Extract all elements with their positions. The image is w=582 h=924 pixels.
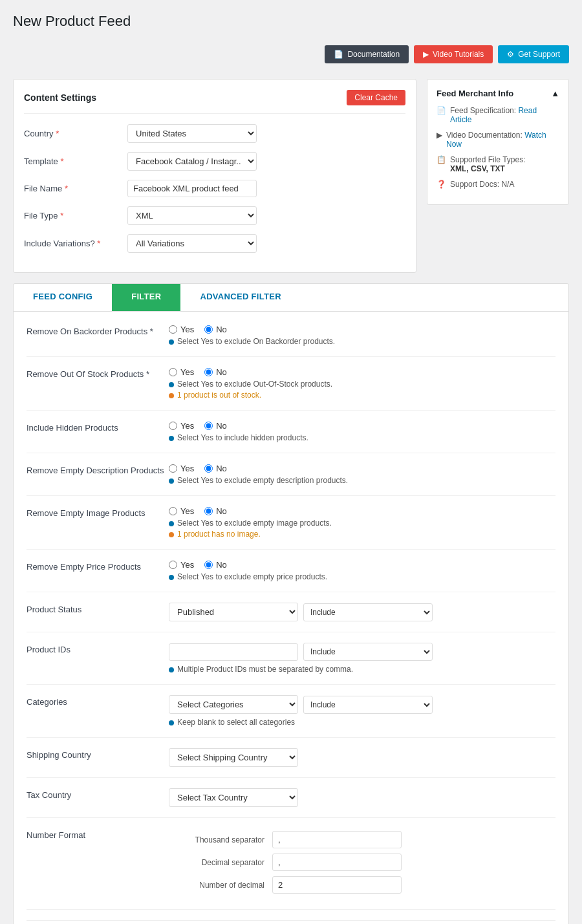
tax-country-row: Tax Country Select Tax Country <box>27 788 555 818</box>
hint-dot <box>169 720 174 725</box>
out-of-stock-no-label[interactable]: No <box>204 367 227 377</box>
question-icon: ❓ <box>436 180 446 189</box>
get-support-button[interactable]: ⚙ Get Support <box>498 45 569 63</box>
support-docs-item: ❓ Support Docs: N/A <box>436 180 559 189</box>
hint-dot <box>169 382 174 387</box>
clear-cache-button[interactable]: Clear Cache <box>347 90 405 105</box>
empty-image-hint: Select Yes to exclude empty image produc… <box>169 519 555 528</box>
product-status-select[interactable]: Published Draft Private <box>169 603 298 621</box>
empty-price-hint: Select Yes to exclude empty price produc… <box>169 572 555 581</box>
backorder-radio-group: Yes No <box>169 325 555 334</box>
num-decimal-input[interactable] <box>272 876 402 894</box>
number-format-controls: Thousand separator Decimal separator Num… <box>169 828 555 899</box>
country-label: Country * <box>24 129 127 138</box>
out-of-stock-no-radio[interactable] <box>204 368 213 376</box>
hidden-yes-radio[interactable] <box>169 422 177 430</box>
out-of-stock-yes-label[interactable]: Yes <box>169 367 194 377</box>
tab-filter[interactable]: FILTER <box>112 284 180 311</box>
categories-select[interactable]: Select Categories <box>169 695 298 714</box>
filename-row: File Name * <box>24 180 405 197</box>
decimal-sep-row: Decimal separator <box>169 854 555 871</box>
empty-image-row: Remove Empty Image Products Yes No Selec… <box>27 506 555 550</box>
variations-select[interactable]: All Variations <box>127 234 257 253</box>
filename-input[interactable] <box>127 180 257 197</box>
number-format-label: Number Format <box>27 828 169 840</box>
filename-label: File Name * <box>24 184 127 193</box>
out-of-stock-row: Remove Out Of Stock Products * Yes No <box>27 367 555 411</box>
video-tutorials-button[interactable]: ▶ Video Tutorials <box>414 45 493 63</box>
documentation-button[interactable]: 📄 Documentation <box>325 45 409 63</box>
campaign-row: Campaign URL Builder The referrer: (e.g.… <box>27 920 555 924</box>
file-icon: 📋 <box>436 155 446 164</box>
article-icon: 📄 <box>436 106 446 115</box>
empty-desc-hint: Select Yes to exclude empty description … <box>169 476 555 485</box>
hidden-radio-group: Yes No <box>169 421 555 431</box>
empty-desc-radio-group: Yes No <box>169 464 555 473</box>
out-of-stock-yes-radio[interactable] <box>169 368 177 376</box>
hidden-no-radio[interactable] <box>204 422 213 430</box>
filetype-select[interactable]: XML CSV TXT <box>127 206 257 225</box>
filename-control <box>127 180 405 197</box>
feed-merchant-title: Feed Merchant Info ▲ <box>436 89 559 98</box>
empty-price-label: Remove Empty Price Products <box>27 560 169 572</box>
decimal-sep-input[interactable] <box>272 854 402 871</box>
empty-price-yes-label[interactable]: Yes <box>169 560 194 570</box>
out-of-stock-warning: 1 product is out of stock. <box>169 391 555 400</box>
num-decimal-row: Number of decimal <box>169 876 555 894</box>
empty-price-radio-group: Yes No <box>169 560 555 570</box>
categories-row: Categories Select Categories Include Exc… <box>27 695 555 738</box>
empty-desc-yes-radio[interactable] <box>169 464 177 473</box>
empty-desc-yes-label[interactable]: Yes <box>169 464 194 473</box>
empty-image-yes-radio[interactable] <box>169 507 177 515</box>
out-of-stock-radio-group: Yes No <box>169 367 555 377</box>
product-status-include-select[interactable]: Include Exclude <box>303 603 433 621</box>
hint-dot <box>169 521 174 526</box>
hint-dot <box>169 478 174 484</box>
empty-price-no-label[interactable]: No <box>204 560 227 570</box>
hidden-no-label[interactable]: No <box>204 421 227 431</box>
feed-merchant-panel: Feed Merchant Info ▲ 📄 Feed Specificatio… <box>427 79 569 205</box>
product-status-label: Product Status <box>27 603 169 614</box>
empty-price-yes-radio[interactable] <box>169 561 177 569</box>
hidden-products-label: Include Hidden Products <box>27 421 169 433</box>
template-select[interactable]: Facebook Catalog / Instagr... <box>127 152 257 171</box>
backorder-yes-radio[interactable] <box>169 325 177 334</box>
hint-dot <box>169 436 174 441</box>
warning-dot <box>169 393 174 398</box>
hidden-products-row: Include Hidden Products Yes No Select Ye… <box>27 421 555 453</box>
empty-image-radio-group: Yes No <box>169 506 555 516</box>
empty-desc-no-radio[interactable] <box>204 464 213 473</box>
hint-dot <box>169 575 174 580</box>
video-icon: ▶ <box>423 50 429 59</box>
warning-dot <box>169 532 174 537</box>
backorder-no-radio[interactable] <box>204 325 213 334</box>
product-ids-include-select[interactable]: Include Exclude <box>303 643 433 661</box>
categories-input-group: Select Categories Include Exclude <box>169 695 555 714</box>
categories-include-select[interactable]: Include Exclude <box>303 696 433 714</box>
backorder-no-label[interactable]: No <box>204 325 227 334</box>
top-bar: 📄 Documentation ▶ Video Tutorials ⚙ Get … <box>13 40 569 69</box>
backorder-yes-label[interactable]: Yes <box>169 325 194 334</box>
country-select[interactable]: United States <box>127 124 257 143</box>
tax-country-controls: Select Tax Country <box>169 788 555 807</box>
empty-price-no-radio[interactable] <box>204 561 213 569</box>
product-ids-input-group: Include Exclude <box>169 643 555 661</box>
country-control: United States <box>127 124 405 143</box>
tab-advanced-filter[interactable]: ADVANCED FILTER <box>180 284 300 311</box>
tax-country-select[interactable]: Select Tax Country <box>169 788 298 807</box>
empty-desc-no-label[interactable]: No <box>204 464 227 473</box>
product-status-selects: Published Draft Private Include Exclude <box>169 603 555 621</box>
template-control: Facebook Catalog / Instagr... <box>127 152 405 171</box>
product-ids-input[interactable] <box>169 643 298 661</box>
tab-feed-config[interactable]: FEED CONFIG <box>14 284 112 311</box>
empty-image-no-label[interactable]: No <box>204 506 227 516</box>
main-layout: Content Settings Clear Cache Country * U… <box>13 79 569 273</box>
empty-image-no-radio[interactable] <box>204 507 213 515</box>
hidden-yes-label[interactable]: Yes <box>169 421 194 431</box>
thousand-sep-input[interactable] <box>272 831 402 848</box>
filetype-label: File Type * <box>24 211 127 220</box>
empty-image-yes-label[interactable]: Yes <box>169 506 194 516</box>
backorder-label: Remove On Backorder Products * <box>27 325 169 336</box>
shipping-country-select[interactable]: Select Shipping Country <box>169 748 298 767</box>
tabs-section: FEED CONFIG FILTER ADVANCED FILTER Remov… <box>13 283 569 924</box>
